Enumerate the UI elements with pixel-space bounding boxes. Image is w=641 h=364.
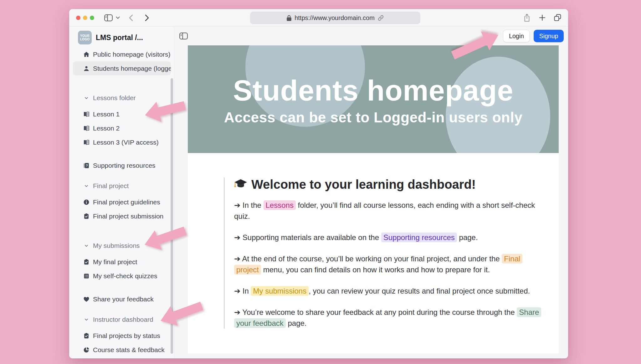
sidebar-item-lesson-1[interactable]: Lesson 1 xyxy=(69,107,174,121)
zoom-button[interactable] xyxy=(90,16,94,20)
page-card: Students homepage Access can be set to L… xyxy=(188,45,559,353)
page-header: Login Signup xyxy=(174,27,568,45)
minimize-button[interactable] xyxy=(83,16,87,20)
hero-subtitle: Access can be set to Logged-in users onl… xyxy=(224,109,523,126)
highlight-yellow: My submissions xyxy=(251,286,309,296)
sidebar-item-label: Lesson 3 (VIP access) xyxy=(93,139,159,146)
clipboard-check-icon xyxy=(83,332,90,339)
browser-window: https://www.yourdomain.com YOUR LOGO xyxy=(69,9,568,358)
sidebar-item-label: Final project xyxy=(93,182,129,190)
back-button[interactable] xyxy=(129,14,133,21)
sidebar-item-my-submissions[interactable]: My submissions xyxy=(69,238,174,253)
sidebar-item-lesson-3-vip-access[interactable]: Lesson 3 (VIP access) xyxy=(69,135,174,149)
sidebar-item-my-self-check-quizzes[interactable]: My self-check quizzes xyxy=(69,269,174,283)
doc-heading: Welcome to your learning dashboard! xyxy=(234,177,559,192)
browser-toolbar: https://www.yourdomain.com xyxy=(69,9,568,27)
chevron-down-icon[interactable] xyxy=(116,16,120,19)
main-area: Login Signup Students homepage Access ca… xyxy=(174,27,568,358)
text-segment: page. xyxy=(286,319,307,327)
login-button[interactable]: Login xyxy=(503,30,530,42)
sidebar-item-label: Lessons folder xyxy=(93,94,136,102)
chevron-down-icon xyxy=(83,316,90,323)
svg-text:?: ? xyxy=(86,164,88,167)
book-question-icon: ? xyxy=(83,162,90,169)
sidebar-item-label: Supporting resources xyxy=(93,162,156,169)
sidebar-item-label: Instructor dashboard xyxy=(93,316,153,323)
sidebar-title: LMS portal /... xyxy=(96,33,143,42)
sidebar-item-label: Lesson 2 xyxy=(93,125,120,132)
sidebar-item-my-final-project[interactable]: My final project xyxy=(69,255,174,269)
text-segment: ➔ Supporting materials are available on … xyxy=(234,233,381,242)
sidebar-item-final-project-guidelines[interactable]: Final project guidelines xyxy=(69,195,174,209)
logo-text-line2: LOGO xyxy=(80,38,90,41)
text-segment: , you can review your quiz results and f… xyxy=(309,287,530,295)
sidebar-toggle-icon[interactable] xyxy=(104,14,113,21)
sidebar-item-instructor-dashboard[interactable]: Instructor dashboard xyxy=(69,312,174,326)
sidebar-item-public-homepage-visitors[interactable]: Public homepage (visitors) xyxy=(69,47,174,61)
sidebar-item-label: My final project xyxy=(93,258,137,266)
sidebar-item-label: Students homepage (logged-i... xyxy=(93,65,171,72)
clipboard-check-icon xyxy=(83,213,90,220)
logo-text-line1: YOUR xyxy=(80,34,90,38)
sidebar-item-label: My submissions xyxy=(93,242,140,249)
sidebar-item-label: Final projects by status xyxy=(93,332,160,340)
clipboard-check-icon xyxy=(83,259,90,265)
url-text: https://www.yourdomain.com xyxy=(295,14,375,22)
paragraph: ➔ In the Lessons folder, you’ll find all… xyxy=(234,200,539,222)
book-icon xyxy=(83,125,90,132)
sidebar-item-label: Final project submission xyxy=(93,213,163,220)
hero-title: Students homepage xyxy=(233,74,513,107)
link-icon[interactable] xyxy=(377,15,384,21)
tab-overview-icon[interactable] xyxy=(554,14,561,21)
doc-section: Welcome to your learning dashboard! ➔ In… xyxy=(188,153,559,353)
sidebar: YOUR LOGO LMS portal /... Public homepag… xyxy=(69,27,174,358)
paragraph: ➔ In My submissions, you can review your… xyxy=(234,285,539,296)
book-icon xyxy=(83,139,90,146)
share-icon[interactable] xyxy=(523,13,531,22)
new-tab-icon[interactable] xyxy=(539,14,546,21)
close-button[interactable] xyxy=(76,16,80,20)
paragraph: ➔ Supporting materials are available on … xyxy=(234,232,539,243)
collapse-sidebar-icon[interactable] xyxy=(179,33,188,39)
sidebar-item-label: Course stats & feedback xyxy=(93,346,165,354)
chevron-down-icon xyxy=(83,95,90,101)
sidebar-item-label: Final project guidelines xyxy=(93,198,160,206)
sidebar-item-label: Lesson 1 xyxy=(93,110,120,118)
list-check-icon xyxy=(83,273,90,279)
hero-banner: Students homepage Access can be set to L… xyxy=(188,45,559,153)
sidebar-scrollbar[interactable] xyxy=(171,78,173,354)
chevron-down-icon xyxy=(83,242,90,249)
brand-logo[interactable]: YOUR LOGO xyxy=(78,31,92,44)
sidebar-item-share-your-feedback[interactable]: Share your feedback xyxy=(69,292,174,306)
heart-icon xyxy=(83,296,90,303)
sidebar-item-label: Public homepage (visitors) xyxy=(93,51,170,58)
sidebar-item-supporting-resources[interactable]: ?Supporting resources xyxy=(69,158,174,172)
paragraph: ➔ You’re welcome to share your feedback … xyxy=(234,307,539,329)
text-segment: ➔ You’re welcome to share your feedback … xyxy=(234,308,517,316)
pie-chart-icon xyxy=(83,346,90,353)
sidebar-item-label: Share your feedback xyxy=(93,295,154,303)
graduation-cap-icon xyxy=(234,178,247,191)
lock-icon xyxy=(286,15,292,21)
info-icon xyxy=(83,199,90,206)
desktop: { "browser": { "url": "https://www.yourd… xyxy=(0,0,641,364)
address-bar[interactable]: https://www.yourdomain.com xyxy=(250,12,420,24)
forward-button[interactable] xyxy=(145,14,149,21)
signup-button[interactable]: Signup xyxy=(534,30,564,42)
highlight-pink: Lessons xyxy=(264,200,296,210)
text-segment: ➔ In xyxy=(234,287,251,295)
sidebar-item-lessons-folder[interactable]: Lessons folder xyxy=(69,91,174,105)
callout-block: Welcome to your learning dashboard! ➔ In… xyxy=(224,177,559,329)
sidebar-item-final-project-submission[interactable]: Final project submission xyxy=(69,209,174,223)
page-body: Students homepage Access can be set to L… xyxy=(174,45,568,358)
sidebar-item-students-homepage-logged-i[interactable]: Students homepage (logged-i... xyxy=(73,61,171,75)
doc-heading-text: Welcome to your learning dashboard! xyxy=(251,177,476,192)
sidebar-item-final-project[interactable]: Final project xyxy=(69,179,174,193)
sidebar-item-lesson-2[interactable]: Lesson 2 xyxy=(69,121,174,135)
sidebar-nav: Public homepage (visitors)Students homep… xyxy=(69,47,174,357)
doc-paragraphs: ➔ In the Lessons folder, you’ll find all… xyxy=(234,200,559,329)
sidebar-item-course-stats-feedback[interactable]: Course stats & feedback xyxy=(69,343,174,357)
person-icon xyxy=(83,65,90,72)
highlight-purple: Supporting resources xyxy=(381,233,457,242)
sidebar-item-final-projects-by-status[interactable]: Final projects by status xyxy=(69,329,174,343)
